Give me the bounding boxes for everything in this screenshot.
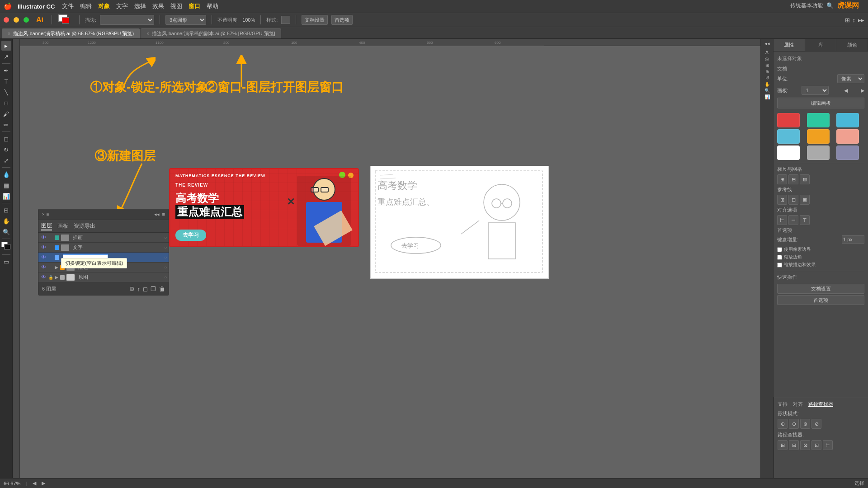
tab-library[interactable]: 库 bbox=[805, 39, 837, 51]
layers-tab[interactable]: 图层 bbox=[41, 222, 52, 230]
swatch-light-blue[interactable] bbox=[836, 113, 859, 127]
zoom-increase-btn[interactable]: ▶ bbox=[42, 480, 45, 486]
align-left-btn[interactable]: ⊢ bbox=[777, 215, 787, 225]
strip-icon-8[interactable]: 📊 bbox=[764, 94, 770, 99]
move-selection-btn[interactable]: ↑ bbox=[137, 286, 141, 292]
close-button[interactable] bbox=[4, 17, 9, 23]
delete-layer-btn[interactable]: 🗑 bbox=[159, 285, 165, 292]
tab-pathfinder[interactable]: 路径查找器 bbox=[808, 401, 833, 408]
panel-menu-icon[interactable]: ≡ bbox=[162, 211, 165, 217]
swatch-white[interactable] bbox=[777, 145, 800, 160]
artboard-tool[interactable]: ⊞ bbox=[1, 205, 11, 215]
maximize-button[interactable] bbox=[24, 17, 29, 23]
duplicate-layer-btn[interactable]: ❐ bbox=[151, 286, 156, 292]
layer-row-wenzi[interactable]: 👁 文字 ○ bbox=[38, 243, 169, 253]
snap-pixel-checkbox[interactable] bbox=[777, 247, 782, 252]
point-shape-select[interactable]: 3点圆形 bbox=[165, 15, 206, 25]
change-screen-mode[interactable]: ▭ bbox=[1, 257, 11, 267]
search-icon[interactable]: 🔍 bbox=[826, 2, 834, 9]
artboard-prev[interactable]: ◀ bbox=[844, 88, 848, 94]
pf-btn-2[interactable]: ⊟ bbox=[789, 440, 799, 450]
assets-tab[interactable]: 资源导出 bbox=[74, 222, 95, 230]
collapse-icon[interactable]: ◂◂ bbox=[154, 211, 160, 217]
paintbrush-tool[interactable]: 🖌 bbox=[1, 109, 11, 119]
visibility-icon-editing[interactable]: 👁 bbox=[40, 254, 47, 261]
pencil-tool[interactable]: ✏ bbox=[1, 120, 11, 130]
menu-edit[interactable]: 编辑 bbox=[80, 2, 92, 10]
line-tool[interactable]: ╲ bbox=[1, 87, 11, 97]
swatch-gray[interactable] bbox=[807, 145, 830, 160]
doc-settings-right-btn[interactable]: 文档设置 bbox=[777, 284, 864, 294]
menu-window[interactable]: 窗口 bbox=[189, 2, 200, 10]
rect-tool[interactable]: □ bbox=[1, 98, 11, 108]
strip-icon-2[interactable]: ◎ bbox=[765, 56, 769, 61]
preferences-right-btn[interactable]: 首选项 bbox=[777, 295, 864, 305]
artboard-next[interactable]: ▶ bbox=[861, 88, 864, 94]
menu-help[interactable]: 帮助 bbox=[207, 2, 218, 10]
tab-main[interactable]: × 描边风-banner演示精稿.ai @ 66.67% (RGB/GPU 预览… bbox=[2, 28, 140, 38]
doc-settings-toolbar-btn[interactable]: 文档设置 bbox=[302, 15, 328, 25]
lock-icon-editing[interactable] bbox=[48, 255, 53, 260]
shape-unite-btn[interactable]: ⊕ bbox=[778, 419, 788, 429]
more-icon[interactable]: ▸▸ bbox=[858, 17, 864, 23]
eraser-tool[interactable]: ◻ bbox=[1, 134, 11, 144]
snap-btn[interactable]: ⊠ bbox=[800, 174, 810, 184]
pf-btn-4[interactable]: ⊡ bbox=[811, 440, 821, 450]
lock-icon-chuhua[interactable] bbox=[48, 235, 53, 240]
template-btn[interactable]: ◻ bbox=[143, 286, 148, 292]
banner-learn-btn[interactable]: 去学习 bbox=[175, 230, 206, 241]
pf-btn-5[interactable]: ⊢ bbox=[823, 440, 833, 450]
tab-align[interactable]: 对齐 bbox=[793, 401, 803, 408]
swatch-cyan[interactable] bbox=[777, 129, 800, 144]
arrange-icon[interactable]: ⊞ bbox=[845, 17, 850, 23]
menu-select[interactable]: 选择 bbox=[134, 2, 146, 10]
zoom-tool[interactable]: 🔍 bbox=[1, 227, 11, 237]
layer-row-chuhua[interactable]: 👁 插画 ○ bbox=[38, 233, 169, 243]
direct-selection-tool[interactable]: ↗ bbox=[1, 52, 11, 61]
tab-copy[interactable]: × 描边风-banner演示稿的副本.ai @ 67% [RGB/GPU 预览] bbox=[141, 28, 281, 38]
layers-panel-close[interactable]: × bbox=[42, 212, 45, 217]
guide-btn-3[interactable]: ⊠ bbox=[800, 195, 810, 205]
artboard-select[interactable]: 1 bbox=[802, 86, 829, 95]
selection-tool[interactable]: ▸ bbox=[1, 41, 11, 51]
type-tool[interactable]: T bbox=[1, 76, 11, 86]
menu-effect[interactable]: 效果 bbox=[152, 2, 164, 10]
pf-btn-1[interactable]: ⊞ bbox=[778, 440, 788, 450]
strip-icon-7[interactable]: 🔍 bbox=[764, 88, 770, 93]
visibility-icon-chuhua[interactable]: 👁 bbox=[40, 235, 47, 241]
tab-close-2[interactable]: × bbox=[146, 31, 149, 36]
visibility-icon-wenzi[interactable]: 👁 bbox=[40, 244, 47, 251]
swatch-teal[interactable] bbox=[807, 113, 830, 127]
tab-transform[interactable]: 支持 bbox=[778, 401, 788, 408]
tab-close-1[interactable]: × bbox=[8, 31, 10, 36]
swatch-red[interactable] bbox=[777, 113, 800, 127]
zoom-decrease-btn[interactable]: ◀ bbox=[33, 480, 36, 486]
expand-yuantu[interactable]: ▶ bbox=[55, 275, 58, 280]
shape-exclude-btn[interactable]: ⊘ bbox=[811, 419, 821, 429]
rotate-tool[interactable]: ↻ bbox=[1, 145, 11, 155]
layer-target-chuhua[interactable]: ○ bbox=[164, 235, 167, 240]
fill-stroke-mini[interactable] bbox=[1, 242, 11, 252]
apple-menu[interactable]: 🍎 bbox=[4, 2, 12, 10]
collapse-right-btn[interactable]: ◂◂ bbox=[764, 41, 770, 47]
layer-row-yuantu[interactable]: 👁 🔒 ▶ 原图 ○ bbox=[38, 272, 169, 282]
strip-icon-3[interactable]: ⊞ bbox=[765, 63, 769, 68]
shape-intersect-btn[interactable]: ⊗ bbox=[800, 419, 810, 429]
strip-icon-6[interactable]: ✋ bbox=[764, 82, 770, 87]
hand-tool[interactable]: ✋ bbox=[1, 216, 11, 226]
corner-checkbox[interactable] bbox=[777, 255, 782, 260]
swatch-orange[interactable] bbox=[807, 129, 830, 144]
stroke-style-select[interactable] bbox=[100, 15, 154, 25]
edit-artboard-btn[interactable]: 编辑画板 bbox=[777, 98, 864, 108]
lock-icon-yuantu[interactable]: 🔒 bbox=[48, 275, 53, 280]
lock-icon-peise[interactable] bbox=[48, 265, 53, 270]
scale-tool[interactable]: ⤢ bbox=[1, 155, 11, 165]
unit-select[interactable]: 像素 bbox=[837, 74, 864, 83]
stroke-fill-control[interactable] bbox=[57, 14, 74, 26]
ruler-btn[interactable]: ⊞ bbox=[777, 174, 787, 184]
grid-btn[interactable]: ⊟ bbox=[788, 174, 798, 184]
guide-btn-2[interactable]: ⊟ bbox=[788, 195, 798, 205]
artboards-tab[interactable]: 画板 bbox=[57, 222, 68, 230]
guide-btn-1[interactable]: ⊞ bbox=[777, 195, 787, 205]
align-right-btn[interactable]: ⊤ bbox=[800, 215, 810, 225]
